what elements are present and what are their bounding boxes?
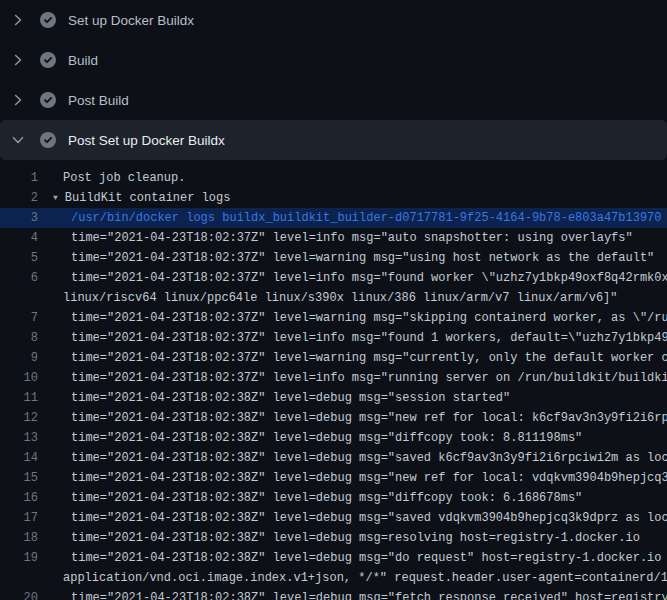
log-line-text: time="2021-04-23T18:02:37Z" level=warnin… [44, 348, 667, 368]
workflow-log-panel: Set up Docker BuildxBuildPost BuildPost … [0, 0, 667, 600]
log-line-text: time="2021-04-23T18:02:37Z" level=info m… [44, 228, 633, 248]
log-line-text: time="2021-04-23T18:02:38Z" level=debug … [44, 408, 667, 428]
chevron-right-icon[interactable] [10, 52, 26, 68]
log-line-number[interactable]: 17 [0, 508, 44, 528]
log-line-continuation: linux/riscv64 linux/ppc64le linux/s390x … [0, 288, 667, 308]
log-line: 8time="2021-04-23T18:02:37Z" level=info … [0, 328, 667, 348]
log-line-number[interactable]: 10 [0, 368, 44, 388]
log-line-continuation: application/vnd.oci.image.index.v1+json,… [0, 568, 667, 588]
log-line: 11time="2021-04-23T18:02:38Z" level=debu… [0, 388, 667, 408]
group-collapse-icon[interactable]: ▼ [53, 188, 58, 208]
log-line-text: Post job cleanup. [44, 168, 185, 188]
chevron-right-icon[interactable] [10, 92, 26, 108]
log-line-text: time="2021-04-23T18:02:38Z" level=debug … [44, 388, 510, 408]
log-line-number-empty [0, 288, 44, 308]
log-line-number[interactable]: 4 [0, 228, 44, 248]
log-line-number[interactable]: 14 [0, 448, 44, 468]
log-line: 15time="2021-04-23T18:02:38Z" level=debu… [0, 468, 667, 488]
step-label: Build [68, 53, 98, 68]
step-header-build[interactable]: Build [0, 40, 667, 80]
log-line: 5time="2021-04-23T18:02:37Z" level=warni… [0, 248, 667, 268]
log-line-number[interactable]: 12 [0, 408, 44, 428]
log-line-number[interactable]: 5 [0, 248, 44, 268]
log-line-number[interactable]: 9 [0, 348, 44, 368]
log-line: 10time="2021-04-23T18:02:37Z" level=info… [0, 368, 667, 388]
log-line-text: application/vnd.oci.image.index.v1+json,… [44, 568, 667, 588]
log-line-text: time="2021-04-23T18:02:37Z" level=warnin… [44, 308, 667, 328]
group-title: BuildKit container logs [65, 191, 231, 205]
log-line-number[interactable]: 3 [0, 208, 44, 228]
log-line-number-empty [0, 568, 44, 588]
step-label: Post Set up Docker Buildx [68, 133, 225, 148]
log-line-text: time="2021-04-23T18:02:38Z" level=debug … [44, 548, 667, 568]
log-line-text: time="2021-04-23T18:02:38Z" level=debug … [44, 468, 667, 488]
chevron-right-icon[interactable] [10, 12, 26, 28]
log-line-text: time="2021-04-23T18:02:37Z" level=info m… [44, 368, 667, 388]
log-line-text: /usr/bin/docker logs buildx_buildkit_bui… [44, 208, 662, 228]
log-line-number[interactable]: 13 [0, 428, 44, 448]
steps-list: Set up Docker BuildxBuildPost BuildPost … [0, 0, 667, 160]
log-line: 18time="2021-04-23T18:02:38Z" level=debu… [0, 528, 667, 548]
log-line-text: time="2021-04-23T18:02:38Z" level=debug … [44, 448, 667, 468]
log-line-text: time="2021-04-23T18:02:37Z" level=info m… [44, 268, 667, 288]
log-line: 13time="2021-04-23T18:02:38Z" level=debu… [0, 428, 667, 448]
step-header-post-build[interactable]: Post Build [0, 80, 667, 120]
log-line-number[interactable]: 1 [0, 168, 44, 188]
log-line-text: linux/riscv64 linux/ppc64le linux/s390x … [44, 288, 618, 308]
log-line[interactable]: 2▼BuildKit container logs [0, 188, 667, 208]
log-line: 7time="2021-04-23T18:02:37Z" level=warni… [0, 308, 667, 328]
log-viewer: 1Post job cleanup.2▼BuildKit container l… [0, 160, 667, 600]
log-line: 12time="2021-04-23T18:02:38Z" level=debu… [0, 408, 667, 428]
check-circle-icon [40, 132, 56, 148]
log-line-text: time="2021-04-23T18:02:38Z" level=debug … [44, 588, 667, 600]
log-line-number[interactable]: 2 [0, 188, 44, 208]
log-line: 1Post job cleanup. [0, 168, 667, 188]
log-line-text: time="2021-04-23T18:02:38Z" level=debug … [44, 488, 582, 508]
step-label: Set up Docker Buildx [68, 13, 194, 28]
log-line: 14time="2021-04-23T18:02:38Z" level=debu… [0, 448, 667, 468]
log-line-number[interactable]: 18 [0, 528, 44, 548]
step-header-post-set-up-docker-buildx[interactable]: Post Set up Docker Buildx [0, 120, 667, 160]
check-circle-icon [40, 12, 56, 28]
log-line-number[interactable]: 7 [0, 308, 44, 328]
log-line-text: time="2021-04-23T18:02:37Z" level=warnin… [44, 248, 654, 268]
log-line: 9time="2021-04-23T18:02:37Z" level=warni… [0, 348, 667, 368]
log-line-number[interactable]: 15 [0, 468, 44, 488]
log-line-number[interactable]: 16 [0, 488, 44, 508]
log-line-text: time="2021-04-23T18:02:37Z" level=info m… [44, 328, 667, 348]
log-line-command: 3/usr/bin/docker logs buildx_buildkit_bu… [0, 208, 667, 228]
log-line-text: time="2021-04-23T18:02:38Z" level=debug … [44, 508, 667, 528]
log-line-number[interactable]: 19 [0, 548, 44, 568]
step-header-set-up-docker-buildx[interactable]: Set up Docker Buildx [0, 0, 667, 40]
check-circle-icon [40, 52, 56, 68]
log-line-number[interactable]: 6 [0, 268, 44, 288]
chevron-down-icon[interactable] [10, 132, 26, 148]
log-line-text: time="2021-04-23T18:02:38Z" level=debug … [44, 428, 582, 448]
step-label: Post Build [68, 93, 129, 108]
log-line: 6time="2021-04-23T18:02:37Z" level=info … [0, 268, 667, 288]
log-line-number[interactable]: 11 [0, 388, 44, 408]
log-line: 17time="2021-04-23T18:02:38Z" level=debu… [0, 508, 667, 528]
log-line-text: ▼BuildKit container logs [44, 188, 230, 208]
log-line-text: time="2021-04-23T18:02:38Z" level=debug … [44, 528, 640, 548]
check-circle-icon [40, 92, 56, 108]
log-line-number[interactable]: 8 [0, 328, 44, 348]
log-line-number[interactable]: 20 [0, 588, 44, 600]
log-line: 16time="2021-04-23T18:02:38Z" level=debu… [0, 488, 667, 508]
log-line: 20time="2021-04-23T18:02:38Z" level=debu… [0, 588, 667, 600]
log-line: 4time="2021-04-23T18:02:37Z" level=info … [0, 228, 667, 248]
log-line: 19time="2021-04-23T18:02:38Z" level=debu… [0, 548, 667, 568]
